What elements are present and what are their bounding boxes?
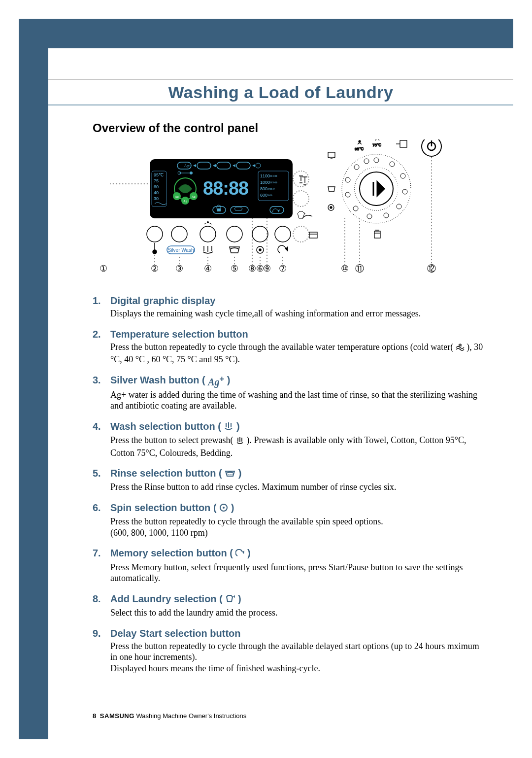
svg-rect-79 [328,152,335,157]
cycle-dial: 95℃ 75℃ [302,139,411,238]
svg-text:⑧: ⑧ [248,264,256,274]
page-footer: 8 SAMSUNG Washing Machine Owner's Instru… [93,712,246,720]
svg-text:Ag: Ag [192,195,195,198]
ag-plus-icon: Ag+ [208,374,224,388]
page-content: Washing a Load of Laundry Overview of th… [48,48,513,739]
svg-text:95℃: 95℃ [355,147,364,151]
item-3: 3. Silver Wash button ( Ag+ ) Ag+ water … [93,374,484,412]
svg-point-65 [397,204,401,209]
item-6-desc: Press the button repeatedly to cycle thr… [110,516,484,538]
item-5-desc: Press the Rinse button to add rinse cycl… [110,482,484,493]
item-8: 8. Add Laundry selection ( + ) Select th… [93,593,484,619]
svg-point-41 [227,226,242,242]
svg-point-81 [330,207,332,208]
prewash-inline-icon [235,436,244,448]
svg-point-104 [232,474,233,475]
svg-text:75: 75 [154,178,159,183]
items-list: 1. Digital graphic display Displays the … [93,295,484,683]
svg-point-46 [153,250,157,254]
svg-text:600»»: 600»» [260,193,272,198]
item-1-desc: Displays the remaining wash cycle time,a… [110,308,484,319]
item-5: 5. Rinse selection button ( ) Press the … [93,467,484,493]
svg-point-26 [190,172,193,174]
chapter-title: Washing a Load of Laundry [168,83,393,102]
item-4-title: Wash selection button ( [110,421,224,432]
chapter-title-band: Washing a Load of Laundry [48,79,513,105]
svg-point-71 [354,165,359,170]
svg-text:Ag: Ag [183,200,187,203]
svg-text:30: 30 [154,196,159,201]
item-8-desc: Select this to add the laundry amid the … [110,607,484,619]
svg-text:1100»»»: 1100»»» [260,173,277,178]
svg-text:⑪: ⑪ [355,264,364,274]
item-3-desc: Ag+ water is added during the time of wa… [110,389,484,412]
control-panel-diagram: Ag+ 95℃ 75 60 40 30 [81,139,470,282]
svg-text:800»»»: 800»»» [260,186,275,191]
svg-point-50 [259,249,261,251]
item-4: 4. Wash selection button ( ) Press the b… [93,420,484,458]
svg-point-42 [252,226,268,242]
svg-text:②: ② [151,264,159,274]
svg-point-68 [353,206,358,211]
svg-point-73 [359,140,361,142]
svg-text:④: ④ [204,264,212,274]
svg-point-43 [275,226,291,242]
svg-point-106 [223,507,225,509]
svg-text:③: ③ [175,264,183,274]
rinse-icon [225,468,235,481]
svg-point-103 [230,474,231,475]
svg-marker-51 [286,247,288,251]
svg-point-63 [400,173,405,178]
item-8-title: Add Laundry selection ( [110,593,225,604]
svg-point-40 [200,226,216,242]
item-2-title: Temperature selection button [110,329,248,340]
svg-text:⑨: ⑨ [263,264,271,274]
prewash-icon [224,421,233,434]
svg-point-54 [293,226,309,242]
item-3-title: Silver Wash button ( [110,375,208,385]
memory-icon [235,549,244,561]
svg-rect-77 [400,140,407,147]
svg-point-62 [390,162,395,167]
spin-icon [219,503,228,515]
svg-text:88:88: 88:88 [203,178,248,199]
item-9: 9. Delay Start selection button Press th… [93,627,484,674]
svg-text:95℃: 95℃ [154,172,164,177]
svg-rect-82 [309,232,317,238]
svg-point-64 [402,189,407,194]
item-2-desc: Press the button repeatedly to cycle thr… [110,342,484,365]
svg-point-53 [293,191,309,207]
svg-point-72 [364,159,369,164]
svg-text:①: ① [100,264,107,274]
svg-point-102 [228,474,229,475]
svg-text:60: 60 [154,184,159,189]
svg-text:40: 40 [154,190,159,195]
svg-point-58 [360,172,393,206]
item-5-title: Rinse selection button ( [110,468,225,479]
outer-frame: Washing a Load of Laundry Overview of th… [19,19,513,739]
item-7-title: Memory selection button ( [110,548,235,558]
svg-rect-36 [217,208,221,211]
item-1: 1. Digital graphic display Displays the … [93,295,484,319]
svg-point-39 [171,226,187,242]
item-1-title: Digital graphic display [110,295,215,306]
svg-text:Ag+: Ag+ [184,164,191,168]
svg-point-44 [207,221,209,223]
svg-point-70 [345,177,350,182]
svg-text:⑫: ⑫ [427,264,436,274]
svg-text:1000»»»: 1000»»» [260,180,277,185]
svg-text:Ag: Ag [175,195,178,198]
cold-water-icon [456,343,465,354]
svg-point-69 [345,192,350,197]
svg-text:75℃: 75℃ [372,143,381,147]
svg-text:⑩: ⑩ [341,264,349,274]
item-9-title: Delay Start selection button [110,628,241,639]
svg-rect-84 [374,231,380,238]
item-7: 7. Memory selection button ( ) Press Mem… [93,547,484,584]
item-6: 6. Spin selection button ( ) Press the b… [93,502,484,538]
svg-text:⑤: ⑤ [231,264,238,274]
svg-point-61 [374,158,379,163]
section-heading: Overview of the control panel [93,121,258,135]
add-laundry-icon: + [225,594,235,606]
item-9-desc: Press the button repeatedly to cycle thr… [110,641,484,674]
